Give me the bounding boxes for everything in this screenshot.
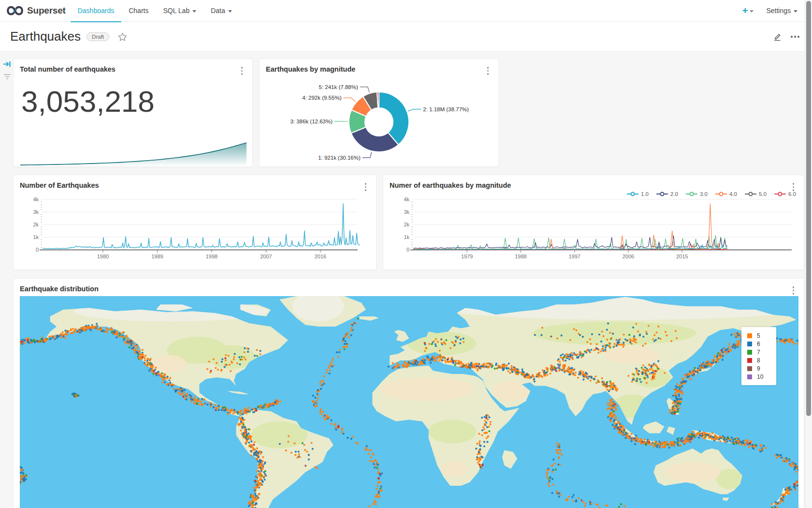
map-legend-item: 6	[747, 340, 776, 348]
map-legend-item: 8	[747, 356, 776, 364]
trendline-sparkline	[14, 139, 252, 166]
filter-bar-collapsed	[2, 60, 13, 80]
chart-card-earthquakes-by-magnitude-lines: Numer of earthquakes by magnitude 1.02.0…	[383, 175, 804, 270]
chart-menu-icon[interactable]	[792, 285, 796, 296]
svg-text:1998: 1998	[206, 254, 218, 259]
chevron-down-icon	[794, 10, 798, 13]
svg-text:1979: 1979	[461, 254, 473, 259]
svg-text:2006: 2006	[623, 254, 634, 259]
page-scrollbar	[805, 0, 812, 508]
map-legend-item: 9	[747, 364, 776, 373]
nav-item-data[interactable]: Data	[203, 0, 239, 22]
legend-swatch	[747, 358, 752, 363]
legend-swatch	[747, 333, 752, 338]
timeseries-chart: 01k2k3k4k19801989199820072016	[14, 175, 376, 269]
nav-item-sql-lab[interactable]: SQL Lab	[156, 0, 203, 22]
map-legend-item: 7	[747, 348, 776, 356]
chart-card-earthquake-distribution: Earthquake distribution 5678910	[13, 278, 804, 508]
donut-callout-label: 4: 292k (9.55%)	[302, 95, 341, 101]
new-button[interactable]: +	[742, 5, 754, 16]
svg-text:2007: 2007	[260, 254, 272, 259]
svg-text:4k: 4k	[404, 196, 409, 202]
map-legend-item: 10	[747, 373, 776, 381]
favorite-star-icon[interactable]	[118, 32, 127, 41]
legend-swatch	[747, 342, 752, 346]
svg-text:2k: 2k	[33, 222, 39, 227]
chart-card-number-of-earthquakes: Number of Earthquakes 01k2k3k4k198019891…	[13, 175, 377, 270]
nav-item-charts[interactable]: Charts	[121, 0, 156, 22]
svg-text:1997: 1997	[568, 254, 580, 259]
settings-menu[interactable]: Settings	[766, 7, 798, 15]
more-actions-icon[interactable]	[791, 36, 799, 38]
svg-text:1k: 1k	[33, 234, 39, 240]
dashboard-header: Earthquakes Draft	[0, 22, 812, 52]
chart-title: Earthquake distribution	[20, 285, 99, 293]
svg-text:1989: 1989	[151, 254, 163, 259]
nav-item-dashboards[interactable]: Dashboards	[71, 0, 122, 22]
plus-icon: +	[742, 5, 748, 16]
superset-brand[interactable]: Superset	[7, 5, 66, 16]
edit-pencil-icon[interactable]	[772, 32, 782, 42]
svg-text:4k: 4k	[33, 196, 39, 202]
big-number-value: 3,053,218	[21, 84, 155, 119]
svg-text:3k: 3k	[33, 209, 39, 215]
map-canvas	[20, 296, 798, 508]
chart-card-earthquakes-by-magnitude: Earthquakes by magnitude 2: 1.18M (38.77…	[259, 59, 499, 167]
svg-text:1988: 1988	[515, 254, 526, 259]
brand-name: Superset	[27, 5, 66, 16]
superset-logo-icon	[7, 6, 23, 15]
map-legend: 5678910	[741, 327, 776, 385]
chevron-down-icon	[750, 10, 754, 13]
chart-title: Total number of earthquakes	[20, 65, 116, 73]
status-badge: Draft	[87, 32, 109, 41]
map-legend-item: 5	[747, 331, 776, 340]
svg-text:1k: 1k	[404, 234, 409, 240]
legend-swatch	[747, 374, 752, 379]
scrollbar-thumb[interactable]	[806, 1, 811, 416]
svg-text:2016: 2016	[315, 254, 326, 259]
legend-swatch	[747, 366, 752, 371]
donut-chart: 2: 1.18M (38.77%)1: 921k (30.16%)3: 386k…	[260, 59, 498, 166]
legend-swatch	[747, 350, 752, 355]
page-title: Earthquakes	[10, 29, 81, 44]
svg-text:0: 0	[406, 247, 409, 253]
chart-menu-icon[interactable]	[240, 66, 244, 76]
nav-items: Dashboards Charts SQL Lab Data	[71, 0, 239, 22]
svg-text:0: 0	[36, 247, 39, 253]
donut-callout-label: 2: 1.18M (38.77%)	[423, 106, 469, 112]
svg-text:2k: 2k	[404, 222, 409, 227]
timeseries-chart: 01k2k3k4k19791988199720062015	[383, 175, 804, 269]
svg-text:3k: 3k	[404, 209, 409, 215]
world-map[interactable]: 5678910	[20, 296, 798, 508]
chevron-down-icon	[192, 10, 196, 13]
donut-callout-label: 3: 386k (12.63%)	[290, 119, 333, 124]
svg-text:2015: 2015	[676, 254, 688, 259]
donut-callout-label: 5: 241k (7.88%)	[319, 84, 358, 90]
svg-text:1980: 1980	[97, 254, 109, 259]
donut-callout-label: 1: 921k (30.16%)	[318, 155, 361, 161]
filter-icon[interactable]	[3, 74, 11, 80]
top-nav: Superset Dashboards Charts SQL Lab Data …	[0, 0, 812, 22]
expand-filters-icon[interactable]	[3, 60, 12, 68]
chevron-down-icon	[228, 10, 232, 13]
chart-card-total-number: Total number of earthquakes 3,053,218	[13, 59, 253, 167]
